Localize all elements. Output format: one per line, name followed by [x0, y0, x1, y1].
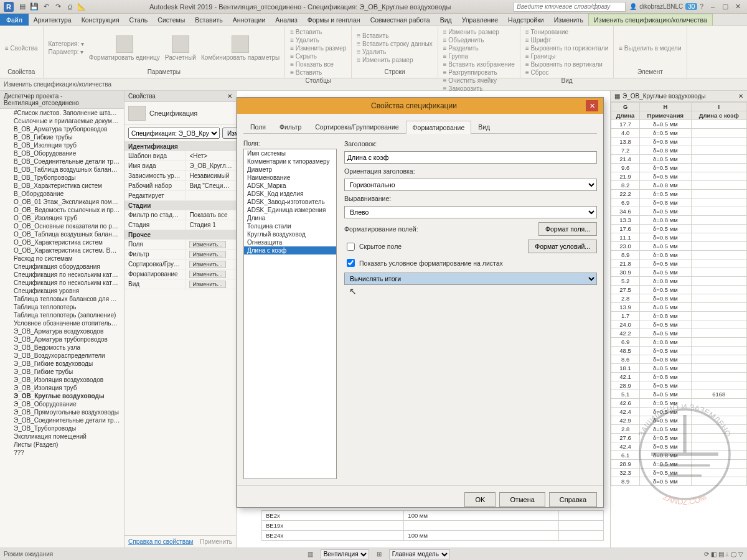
minimize-icon[interactable]: –: [707, 2, 718, 11]
close-icon[interactable]: ✕: [732, 2, 743, 11]
tree-node[interactable]: Э_ОВ_Изоляция труб: [0, 384, 124, 392]
tree-node[interactable]: Расход по системам: [0, 254, 124, 263]
hidden-field-checkbox[interactable]: Скрытое поле: [344, 241, 402, 253]
quick-access-toolbar[interactable]: ▤ 💾 ↶ ↷ ⎙ 📐: [17, 2, 87, 12]
tab-13[interactable]: Изменить спецификацию/количества: [588, 14, 713, 26]
tree-node[interactable]: В_ОВ_Трубопроводы: [0, 174, 124, 182]
ok-button[interactable]: OK: [464, 492, 496, 507]
orientation-select[interactable]: Горизонтально: [344, 179, 597, 191]
dialog-tab[interactable]: Поля: [243, 120, 273, 133]
schedule-table-scroll[interactable]: GHIДлинаПримечанияДлина с коэф17.7δ=0.5 …: [611, 102, 747, 548]
tab-5[interactable]: Аннотации: [228, 14, 271, 26]
tree-node[interactable]: О_ОВ_01 Этаж_Экспликация помещени: [0, 198, 124, 206]
tree-node[interactable]: Э_ОВ_Воздухораспределители: [0, 352, 124, 360]
tree-node[interactable]: В_ОВ_Таблица воздушных балансов: [0, 166, 124, 174]
help-icon[interactable]: ?: [700, 3, 703, 10]
tree-node[interactable]: В_ОВ_Арматура трубопроводов: [0, 125, 124, 133]
dialog-titlebar[interactable]: Свойства спецификации ✕: [237, 98, 603, 114]
tab-3[interactable]: Системы: [153, 14, 190, 26]
tree-node[interactable]: Э_ОВ_Арматура воздуховодов: [0, 327, 124, 335]
tree-node[interactable]: Э_ОВ_Арматура трубопроводов: [0, 335, 124, 343]
user-area[interactable]: 👤 dikobrazLBNLC 30 ?: [629, 3, 703, 10]
calculate-totals-select[interactable]: Вычислять итоги: [344, 273, 597, 285]
help-button[interactable]: Справка: [549, 492, 597, 507]
status-icons[interactable]: ⟳ ◧ ▤ ⟂ ▢ ▽: [704, 551, 743, 558]
project-browser-tree[interactable]: #Список листов. Заполнение штампаСсылочн…: [0, 109, 124, 548]
tree-node[interactable]: Спецификация оборудования: [0, 263, 124, 271]
tree-node[interactable]: ???: [0, 449, 124, 457]
field-item[interactable]: ADSK_Марка: [244, 182, 336, 190]
tree-node[interactable]: Э_ОВ_Соединительные детали трубопр: [0, 416, 124, 424]
schedule-tab-header[interactable]: ▦ Э_ОВ_Круглые воздуховоды ✕: [611, 91, 747, 102]
tab-11[interactable]: Надстройки: [503, 14, 549, 26]
dialog-tab[interactable]: Форматирование: [406, 121, 472, 134]
tree-node[interactable]: В_ОВ_Изоляция труб: [0, 141, 124, 149]
tree-node[interactable]: Ссылочные и прилагаемые документы: [0, 117, 124, 125]
field-item[interactable]: Имя системы: [244, 149, 336, 157]
field-item[interactable]: ADSK_Код изделия: [244, 190, 336, 198]
qat-print-icon[interactable]: ⎙: [65, 2, 75, 12]
conditional-format-button[interactable]: Формат условий...: [528, 240, 597, 253]
tree-node[interactable]: О_ОВ_Таблица воздушных балансов: [0, 230, 124, 238]
tree-node[interactable]: О_ОВ_Характеристика систем. Вытяжк: [0, 246, 124, 254]
cancel-button[interactable]: Отмена: [499, 492, 545, 507]
discipline-filter[interactable]: Вентиляция: [321, 549, 369, 559]
type-selector[interactable]: Спецификация: [125, 102, 236, 125]
tree-node[interactable]: Э_ОВ_Ведомость узла: [0, 343, 124, 352]
dialog-tab[interactable]: Фильтр: [273, 120, 308, 133]
tree-node[interactable]: Условное обозначение отопительных п: [0, 319, 124, 327]
tree-node[interactable]: В_ОВ_Гибкие трубы: [0, 133, 124, 141]
tab-4[interactable]: Вставить: [190, 14, 228, 26]
field-item[interactable]: Диаметр: [244, 166, 336, 174]
properties-grid[interactable]: ИдентификацияШаблон вида<Нет>Имя видаЭ_О…: [125, 142, 236, 535]
field-item[interactable]: Огнезащита: [244, 238, 336, 246]
tab-file[interactable]: Файл: [0, 14, 29, 26]
tab-1[interactable]: Конструкция: [77, 14, 125, 26]
show-conditional-checkbox[interactable]: Показать условное форматирование на лист…: [344, 257, 597, 269]
tab-close-icon[interactable]: ✕: [738, 93, 743, 100]
qat-open-icon[interactable]: ▤: [17, 2, 27, 12]
tree-node[interactable]: #Список листов. Заполнение штампа: [0, 109, 124, 117]
tree-node[interactable]: Спецификация уровня: [0, 287, 124, 295]
field-item[interactable]: Комментарии к типоразмеру: [244, 157, 336, 166]
tree-node[interactable]: О_ОВ_Изоляция труб: [0, 214, 124, 222]
tab-12[interactable]: Изменить: [549, 14, 588, 26]
tree-node[interactable]: Таблица тепловых балансов для фанко: [0, 295, 124, 303]
tree-node[interactable]: Э_ОВ_Изоляция воздуховодов: [0, 376, 124, 384]
filter-icon[interactable]: ▥: [308, 551, 313, 558]
dialog-close-icon[interactable]: ✕: [586, 100, 598, 111]
tree-node[interactable]: О_ОВ_Ведомость ссылочных и прилаг.: [0, 206, 124, 214]
apply-button[interactable]: Применить: [200, 538, 232, 545]
tree-node[interactable]: Э_ОВ_Трубопроводы: [0, 424, 124, 432]
field-item[interactable]: ADSK_Единица измерения: [244, 206, 336, 214]
field-item[interactable]: Наименование: [244, 174, 336, 182]
tree-node[interactable]: Экспликация помещений: [0, 432, 124, 441]
tab-8[interactable]: Совместная работа: [365, 14, 435, 26]
dialog-tab[interactable]: Сортировка/Группирование: [308, 120, 405, 133]
tab-2[interactable]: Сталь: [125, 14, 153, 26]
tree-node[interactable]: О_ОВ_Основные показатели по рабоч: [0, 222, 124, 230]
tab-10[interactable]: Управление: [457, 14, 503, 26]
field-item[interactable]: Длина: [244, 214, 336, 222]
field-item[interactable]: Толщина стали: [244, 222, 336, 230]
maximize-icon[interactable]: ▢: [720, 2, 731, 11]
close-panel-icon[interactable]: ✕: [227, 93, 232, 100]
tree-node[interactable]: Э_ОВ_Круглые воздуховоды: [0, 392, 124, 400]
alignment-select[interactable]: Влево: [344, 206, 597, 218]
fields-listbox[interactable]: Имя системыКомментарии к типоразмеруДиам…: [243, 149, 337, 479]
qat-redo-icon[interactable]: ↷: [53, 2, 63, 12]
tree-node[interactable]: Э_ОВ_Прямоугольные воздуховоды: [0, 408, 124, 416]
tree-node[interactable]: Э_ОВ_Гибкие трубы: [0, 368, 124, 376]
dialog-tab[interactable]: Вид: [471, 120, 497, 133]
tree-node[interactable]: О_ОВ_Характеристика систем: [0, 238, 124, 246]
heading-input[interactable]: [344, 151, 597, 164]
dialog-tabs[interactable]: ПоляФильтрСортировка/ГруппированиеФормат…: [243, 120, 597, 134]
tree-node[interactable]: Э_ОВ_Оборудование: [0, 400, 124, 408]
tree-node[interactable]: Спецификация по нескольким категор: [0, 271, 124, 279]
tree-node[interactable]: В_Оборудование: [0, 190, 124, 198]
field-item[interactable]: Длина с коэф: [244, 246, 336, 254]
tab-0[interactable]: Архитектура: [29, 14, 77, 26]
tree-node[interactable]: В_ОВ_Оборудование: [0, 149, 124, 157]
field-item[interactable]: Круглый воздуховод: [244, 230, 336, 238]
field-item[interactable]: ADSK_Завод-изготовитель: [244, 198, 336, 206]
